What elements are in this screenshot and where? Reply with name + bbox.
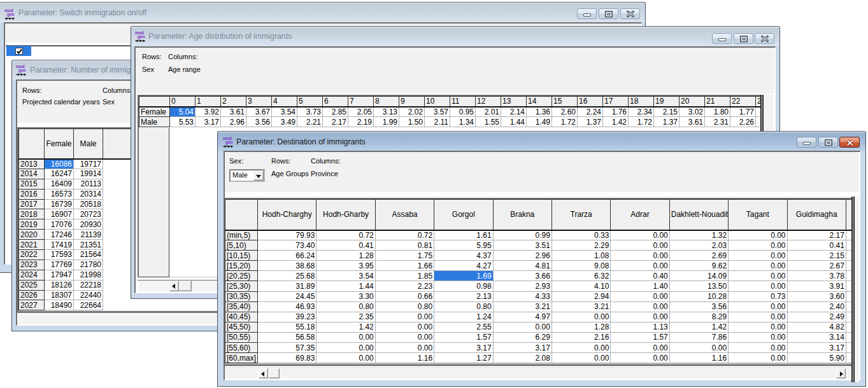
svg-text:gen: gen — [225, 140, 233, 145]
svg-text:gen: gen — [18, 68, 26, 73]
svg-text:gen: gen — [7, 12, 15, 17]
svg-text:gen: gen — [138, 34, 145, 39]
